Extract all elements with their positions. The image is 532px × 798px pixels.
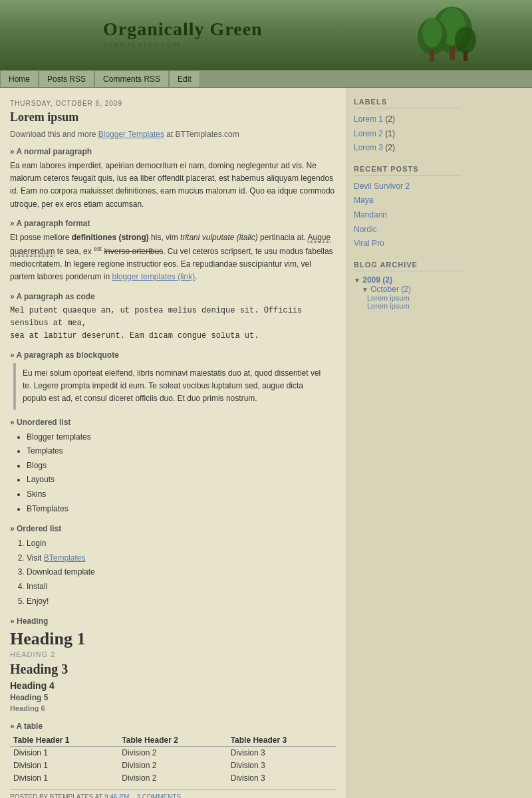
recent-post-link-3[interactable]: Mandarin bbox=[354, 210, 387, 219]
post-1: THURSDAY, OCTOBER 8, 2009 Lorem ipsum Do… bbox=[10, 100, 336, 798]
list-item: Install bbox=[27, 580, 336, 595]
blockquote-text: Eu mei solum oporteat eleifend, libris n… bbox=[13, 363, 336, 410]
archive-post-link-2[interactable]: Lorem ipsum bbox=[367, 302, 461, 310]
label-link-3[interactable]: Lorem 3 bbox=[354, 143, 383, 152]
comments-link[interactable]: 3 COMMENTS bbox=[136, 793, 181, 798]
recent-post-link-1[interactable]: Devil Survivor 2 bbox=[354, 182, 410, 191]
post-download-line: Download this and more Blogger Templates… bbox=[10, 130, 336, 139]
subtitle-prefix: Download this and more bbox=[10, 130, 96, 139]
table-cell: Division 2 bbox=[118, 759, 227, 772]
nav-posts-rss[interactable]: Posts RSS bbox=[39, 70, 94, 87]
heading-1: Heading 1 bbox=[10, 629, 336, 649]
svg-rect-7 bbox=[464, 51, 467, 61]
triangle-icon: ▼ bbox=[354, 277, 360, 284]
svg-rect-5 bbox=[430, 50, 434, 62]
tree-decoration bbox=[399, 3, 479, 66]
nav-edit[interactable]: Edit bbox=[169, 70, 200, 87]
post-date: THURSDAY, OCTOBER 8, 2009 bbox=[10, 100, 336, 107]
heading-6: Heading 6 bbox=[10, 704, 336, 712]
recent-post-1: Devil Survivor 2 bbox=[354, 180, 461, 194]
list-item: Layouts bbox=[27, 473, 336, 487]
sidebar-recent-posts: Devil Survivor 2 Maya Mandarin Nordic Vi… bbox=[354, 180, 461, 251]
table-cell: Division 3 bbox=[227, 759, 336, 772]
site-title: Organically Green bbox=[103, 19, 263, 40]
nav-comments-rss[interactable]: Comments RSS bbox=[94, 70, 169, 87]
btemplates-link[interactable]: BTemplates bbox=[44, 553, 86, 563]
comment-separator bbox=[131, 793, 135, 798]
svg-point-6 bbox=[455, 27, 476, 53]
label-item-2: Lorem 2 (1) bbox=[354, 127, 461, 142]
italic-text: tritani vulputate (italic) bbox=[180, 233, 258, 242]
table-cell: Division 2 bbox=[118, 747, 227, 759]
post-footer: POSTED BY BTEMPLATES AT 9:46 PM 3 COMMEN… bbox=[10, 789, 336, 798]
recent-post-link-2[interactable]: Maya bbox=[354, 196, 373, 205]
section-normal-para: » A normal paragraph bbox=[10, 147, 336, 156]
section-headings: » Heading bbox=[10, 616, 336, 626]
recent-post-link-4[interactable]: Nordic bbox=[354, 225, 377, 234]
list-item: Visit BTemplates bbox=[27, 551, 336, 566]
recent-post-4: Nordic bbox=[354, 223, 461, 237]
label-item-3: Lorem 3 (2) bbox=[354, 141, 461, 156]
recent-post-link-5[interactable]: Viral Pro bbox=[354, 239, 384, 248]
section-para-format: » A paragraph format bbox=[10, 219, 336, 228]
svg-rect-2 bbox=[450, 47, 455, 60]
table-row: Division 1 Division 2 Division 3 bbox=[10, 759, 336, 772]
unordered-list: Blogger templates Templates Blogs Layout… bbox=[27, 430, 336, 517]
table-header-3: Table Header 3 bbox=[227, 734, 336, 747]
table-header-2: Table Header 2 bbox=[118, 734, 227, 747]
code-paragraph: Mel putent quaeque an, ut postea melius … bbox=[10, 305, 336, 343]
heading-5: Heading 5 bbox=[10, 693, 336, 702]
label-link-1[interactable]: Lorem 1 bbox=[354, 114, 383, 124]
strong-text: definitiones (strong) bbox=[72, 233, 149, 242]
heading-3: Heading 3 bbox=[10, 662, 336, 677]
table-cell: Division 2 bbox=[118, 772, 227, 785]
sidebar-archive: ▼ 2009 (2) ▼ October (2) Lorem ipsum Lor… bbox=[354, 275, 461, 310]
site-name: BTTemplates.com bbox=[176, 130, 239, 139]
table-cell: Division 3 bbox=[227, 747, 336, 759]
list-item: Templates bbox=[27, 444, 336, 459]
svg-point-4 bbox=[422, 18, 442, 47]
heading-4: Heading 4 bbox=[10, 680, 336, 691]
table-header-1: Table Header 1 bbox=[10, 734, 118, 747]
recent-posts-title: RECENT POSTS bbox=[354, 165, 461, 176]
blogger-templates-link[interactable]: Blogger Templates bbox=[98, 130, 164, 139]
content-table: Table Header 1 Table Header 2 Table Head… bbox=[10, 734, 336, 784]
abbr-text: Augue quaerendum bbox=[10, 233, 331, 257]
table-cell: Division 1 bbox=[10, 747, 118, 759]
archive-month-link[interactable]: October (2) bbox=[370, 285, 411, 294]
list-item: Blogs bbox=[27, 459, 336, 473]
format-paragraph-text: Et posse meliore definitiones (strong) h… bbox=[10, 231, 336, 284]
sidebar: LABELS Lorem 1 (2) Lorem 2 (1) Lorem 3 (… bbox=[346, 88, 469, 798]
list-item: Skins bbox=[27, 487, 336, 502]
recent-post-3: Mandarin bbox=[354, 208, 461, 223]
triangle-icon-month: ▼ bbox=[362, 286, 368, 293]
ordered-list: Login Visit BTemplates Download template… bbox=[27, 537, 336, 608]
normal-paragraph-text: Ea eam labores imperdiet, apeirian democ… bbox=[10, 160, 336, 211]
archive-year-link[interactable]: 2009 (2) bbox=[362, 275, 392, 285]
section-unordered-list: » Unordered list bbox=[10, 418, 336, 427]
table-cell: Division 1 bbox=[10, 759, 118, 772]
list-item: Enjoy! bbox=[27, 595, 336, 609]
archive-year-2009: ▼ 2009 (2) bbox=[354, 275, 461, 285]
recent-post-5: Viral Pro bbox=[354, 237, 461, 251]
archive-post-link-1[interactable]: Lorem ipsum bbox=[367, 294, 461, 302]
strikethrough-text: inverso orteribus bbox=[104, 247, 163, 256]
nav-home[interactable]: Home bbox=[0, 70, 39, 87]
label-link-2[interactable]: Lorem 2 bbox=[354, 129, 383, 138]
table-cell: Division 3 bbox=[227, 772, 336, 785]
labels-section-title: LABELS bbox=[354, 98, 461, 108]
content-area: THURSDAY, OCTOBER 8, 2009 Lorem ipsum Do… bbox=[0, 88, 346, 798]
section-blockquote: » A paragraph as blockquote bbox=[10, 350, 336, 360]
section-ordered-list: » Ordered list bbox=[10, 524, 336, 533]
sidebar-labels: Lorem 1 (2) Lorem 2 (1) Lorem 3 (2) bbox=[354, 112, 461, 156]
heading-2: HEADING 2 bbox=[10, 650, 336, 658]
blogger-templates-link-2[interactable]: blogger templates (link) bbox=[112, 272, 195, 281]
archive-title: BLOG ARCHIVE bbox=[354, 261, 461, 271]
list-item: BTemplates bbox=[27, 502, 336, 517]
recent-post-2: Maya bbox=[354, 194, 461, 208]
section-table: » A table bbox=[10, 722, 336, 731]
list-item: Download template bbox=[27, 565, 336, 580]
list-item: Login bbox=[27, 537, 336, 551]
post-time-link[interactable]: 9:46 PM bbox=[104, 793, 129, 798]
list-item: Blogger templates bbox=[27, 430, 336, 445]
